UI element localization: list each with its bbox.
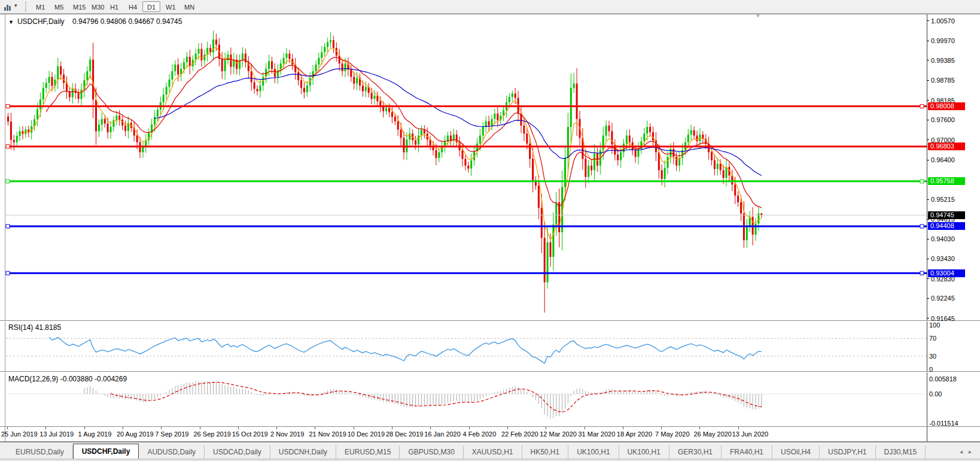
chart-dropdown-icon[interactable]: ▼: [8, 19, 14, 25]
candle: [503, 105, 504, 121]
candle: [174, 60, 176, 76]
candle: [19, 126, 21, 141]
candle: [497, 107, 498, 127]
last-bar-marker-icon[interactable]: ▼: [755, 13, 761, 19]
date-axis-label: 21 Nov 2019: [309, 430, 346, 438]
rsi-axis-label: 70: [929, 335, 936, 342]
candle: [476, 138, 478, 157]
price-axis-tick-mark: [927, 120, 929, 120]
line-handle[interactable]: [920, 271, 924, 275]
candle: [16, 132, 18, 147]
candle: [254, 78, 255, 93]
chart-tab-usdcad-daily[interactable]: USDCAD,Daily: [205, 445, 270, 459]
candle: [142, 141, 144, 158]
date-axis-tick: [469, 427, 470, 429]
candle: [28, 126, 29, 137]
candle: [327, 38, 328, 52]
candle: [444, 135, 446, 153]
line-handle[interactable]: [920, 225, 924, 228]
candle: [180, 63, 182, 81]
candle: [441, 141, 443, 158]
price-axis-label: 0.99385: [931, 57, 955, 64]
chart-tab-ger30-h1[interactable]: GER30,H1: [669, 445, 722, 459]
candle: [485, 116, 487, 132]
macd-axis-label: 0.00: [929, 390, 942, 398]
chart-tab-usdcnh-daily[interactable]: USDCNH,Daily: [270, 445, 336, 459]
line-handle[interactable]: [6, 145, 10, 148]
date-axis-tick: [123, 427, 123, 429]
chart-tab-audusd-daily[interactable]: AUDUSD,Daily: [139, 445, 205, 459]
tab-scroll-left-icon[interactable]: ◂: [960, 448, 963, 455]
price-axis-label: 0.93430: [931, 255, 955, 262]
tab-scroll-right-icon[interactable]: ▸: [969, 448, 972, 455]
candle: [280, 59, 282, 75]
chart-tab-eurusd-daily[interactable]: EURUSD,Daily: [7, 445, 73, 459]
candle: [45, 78, 47, 93]
date-axis-label: 22 Feb 2020: [501, 430, 538, 438]
candle: [248, 56, 249, 78]
candle: [717, 157, 719, 175]
candle: [60, 62, 62, 80]
candle: [512, 90, 513, 101]
line-handle[interactable]: [6, 105, 10, 108]
date-axis-label: 13 Jul 2019: [39, 430, 74, 438]
candle: [488, 116, 490, 132]
chart-tab-usdjpy-h1[interactable]: USDJPY,H1: [820, 445, 875, 459]
candle: [236, 54, 238, 74]
line-handle[interactable]: [6, 271, 10, 275]
line-handle[interactable]: [6, 180, 10, 183]
status-strip: [0, 459, 980, 461]
date-axis-tick: [623, 427, 623, 429]
candle: [755, 218, 757, 241]
chart-tab-fra40-h1[interactable]: FRA40,H1: [722, 445, 772, 459]
chart-tab-gbpusd-m30[interactable]: GBPUSD,M30: [400, 445, 463, 459]
candle: [342, 59, 343, 77]
chart-tab-hk50-h1[interactable]: HK50,H1: [522, 445, 569, 459]
chart-tab-xauusd-h1[interactable]: XAUUSD,H1: [464, 445, 522, 459]
candle: [470, 153, 472, 176]
date-axis-label: 31 Mar 2020: [579, 430, 616, 438]
candle: [749, 211, 751, 232]
chart-tab-eurusd-m15[interactable]: EURUSD,M15: [336, 445, 400, 459]
date-axis-tick: [738, 427, 739, 429]
chart-tab-uk100-h1[interactable]: UK100,H1: [568, 445, 619, 459]
candle: [75, 83, 77, 99]
chart-symbol-title: USDCHF,Daily: [17, 17, 65, 26]
date-axis-tick: [238, 427, 239, 429]
candle: [242, 47, 244, 67]
chart-tab-dj30-m15[interactable]: DJ30,M15: [876, 445, 926, 459]
candle: [54, 74, 56, 92]
candle: [171, 65, 173, 87]
chart-plot[interactable]: [0, 0, 980, 441]
candle: [34, 115, 35, 131]
chart-tab-uk100-h1[interactable]: UK100,H1: [619, 445, 669, 459]
candle: [464, 154, 466, 170]
candle: [169, 74, 171, 93]
candle: [303, 83, 305, 99]
price-axis-label: 0.98785: [931, 77, 955, 84]
candle: [421, 126, 422, 140]
level-price-label: 0.93004: [928, 269, 965, 277]
candle: [573, 73, 575, 93]
candle: [339, 49, 340, 71]
rsi-axis-label: 30: [929, 353, 936, 360]
candle: [353, 72, 355, 90]
candle: [535, 177, 537, 190]
price-axis-label: 0.97600: [931, 116, 955, 123]
chart-tab-usoil-h4[interactable]: USOil,H4: [772, 445, 820, 459]
price-axis-tick-mark: [927, 41, 929, 41]
level-price-label: 0.98008: [928, 102, 965, 110]
chart-tab-usdchf-daily[interactable]: USDCHF,Daily: [73, 444, 139, 459]
candle: [133, 122, 135, 141]
line-handle[interactable]: [6, 225, 10, 228]
line-handle[interactable]: [920, 105, 924, 108]
line-handle[interactable]: [920, 180, 924, 183]
candle: [693, 126, 695, 139]
chart-tab-bar: EURUSD,DailyUSDCHF,DailyAUDUSD,DailyUSDC…: [0, 442, 980, 459]
date-axis-label: 26 Sep 2019: [194, 430, 231, 438]
date-axis-tick: [84, 427, 85, 429]
tab-scroll-controls: ◂ ▸: [960, 448, 980, 459]
candle: [605, 120, 607, 141]
date-axis-tick: [7, 427, 8, 429]
candle: [635, 145, 637, 163]
